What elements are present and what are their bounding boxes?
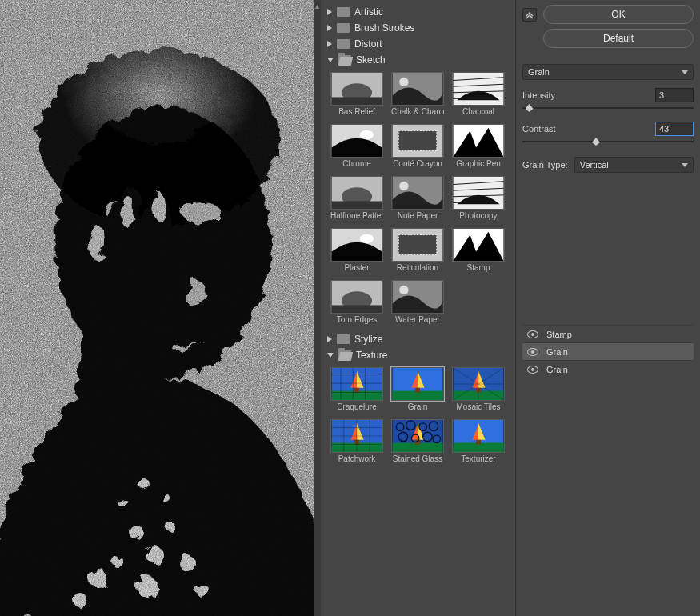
thumb-label: Note Paper [391,211,444,220]
filter-thumb-patchwork[interactable]: Patchwork [330,419,383,463]
thumb-image [391,228,444,262]
category-brush-strokes[interactable]: Brush Strokes [327,21,512,35]
filter-name-value: Grain [528,67,550,77]
thumb-label: Mosaic Tiles [452,402,505,411]
category-label: Distort [354,38,382,50]
filter-gallery: Artistic Brush Strokes Distort Sketch Ba… [321,0,515,616]
filter-thumb-texturizer[interactable]: Texturizer [452,419,505,463]
thumb-label: Chrome [330,159,383,168]
category-label: Stylize [354,334,382,345]
effects-stack-item[interactable]: Grain [522,360,694,378]
thumb-image [391,280,444,314]
category-label: Texture [356,350,387,361]
effects-stack-item[interactable]: Grain [522,342,694,360]
filter-thumb-mosaic-tiles[interactable]: Mosaic Tiles [452,367,505,411]
grain-type-dropdown[interactable]: Vertical [574,157,694,173]
effects-stack-label: Grain [546,365,568,374]
thumb-image [330,280,383,314]
contrast-input[interactable] [655,122,694,136]
thumb-label: Grain [391,402,444,411]
filter-name-dropdown[interactable]: Grain [522,64,694,80]
folder-icon [337,7,350,17]
preview-pane [0,0,314,616]
category-distort[interactable]: Distort [327,37,512,51]
category-sketch[interactable]: Sketch Bas ReliefChalk & CharcoalCharcoa… [327,53,512,330]
filter-thumb-halftone-pattern[interactable]: Halftone Pattern [330,176,383,220]
effects-stack-label: Stamp [546,330,572,339]
svg-point-51 [399,286,408,294]
filter-thumb-note-paper[interactable]: Note Paper [391,176,444,220]
thumb-label: Stained Glass [391,454,444,463]
thumb-image [452,228,505,262]
visibility-eye-icon[interactable] [527,330,538,338]
visibility-eye-icon[interactable] [527,366,538,374]
pane-resize-handle[interactable]: ▲ [314,0,321,616]
thumb-image [452,124,505,158]
thumb-image [330,228,383,262]
chevron-down-icon [327,353,334,358]
effects-stack: StampGrainGrain [522,325,694,378]
intensity-slider[interactable] [522,104,694,112]
thumb-image [391,72,444,106]
filter-thumb-torn-edges[interactable]: Torn Edges [330,280,383,324]
filter-thumb-cont-crayon[interactable]: Conté Crayon [391,124,444,168]
filter-thumb-craquelure[interactable]: Craquelure [330,367,383,411]
svg-point-42 [360,234,374,243]
thumb-label: Charcoal [452,107,505,116]
svg-rect-61 [415,388,420,393]
thumb-label: Conté Crayon [391,159,444,168]
thumb-image [452,367,505,401]
filter-thumb-water-paper[interactable]: Water Paper [391,280,444,324]
svg-rect-22 [0,0,314,616]
folder-icon [337,39,350,49]
thumb-image [391,367,444,401]
thumb-label: Texturizer [452,454,505,463]
filter-thumb-graphic-pen[interactable]: Graphic Pen [452,124,505,168]
category-stylize[interactable]: Stylize [327,332,512,346]
grain-type-value: Vertical [580,160,609,170]
chevron-down-icon [327,58,334,62]
thumb-image [452,176,505,210]
filter-thumb-reticulation[interactable]: Reticulation [391,228,444,272]
svg-point-39 [399,182,408,190]
thumb-label: Photocopy [452,211,505,220]
thumb-image [330,419,383,453]
filter-thumb-chrome[interactable]: Chrome [330,124,383,168]
category-artistic[interactable]: Artistic [327,5,512,19]
folder-icon [337,334,350,344]
filter-thumb-charcoal[interactable]: Charcoal [452,72,505,116]
intensity-label: Intensity [522,90,555,100]
thumb-label: Chalk & Charcoal [391,107,444,116]
thumb-label: Craquelure [330,402,383,411]
effects-stack-item[interactable]: Stamp [522,325,694,342]
chevron-right-icon [327,336,332,342]
thumb-label: Halftone Pattern [330,211,383,220]
thumb-image [452,419,505,453]
filter-thumb-photocopy[interactable]: Photocopy [452,176,505,220]
thumb-image [330,124,383,158]
filter-thumb-bas-relief[interactable]: Bas Relief [330,72,383,116]
ok-button[interactable]: OK [543,5,694,24]
svg-rect-89 [476,440,481,445]
contrast-slider[interactable] [522,138,694,146]
filter-thumb-stamp[interactable]: Stamp [452,228,505,272]
filter-thumb-chalk-charcoal[interactable]: Chalk & Charcoal [391,72,444,116]
filter-thumb-grain[interactable]: Grain [391,367,444,411]
svg-point-30 [360,130,374,139]
filter-thumb-stained-glass[interactable]: Stained Glass [391,419,444,463]
thumb-label: Patchwork [330,454,383,463]
thumb-label: Graphic Pen [452,159,505,168]
filter-thumb-plaster[interactable]: Plaster [330,228,383,272]
thumb-label: Reticulation [391,263,444,272]
thumb-label: Plaster [330,263,383,272]
intensity-input[interactable] [655,88,694,102]
chevron-right-icon [327,41,332,47]
visibility-eye-icon[interactable] [527,348,538,356]
collapse-toggle[interactable] [522,8,537,22]
category-label: Sketch [356,54,386,66]
chevron-down-icon [682,163,688,167]
category-texture[interactable]: Texture CraquelureGrainMosaic TilesPatch… [327,348,512,470]
thumb-label: Torn Edges [330,315,383,324]
thumb-image [330,176,383,210]
default-button[interactable]: Default [543,29,694,48]
